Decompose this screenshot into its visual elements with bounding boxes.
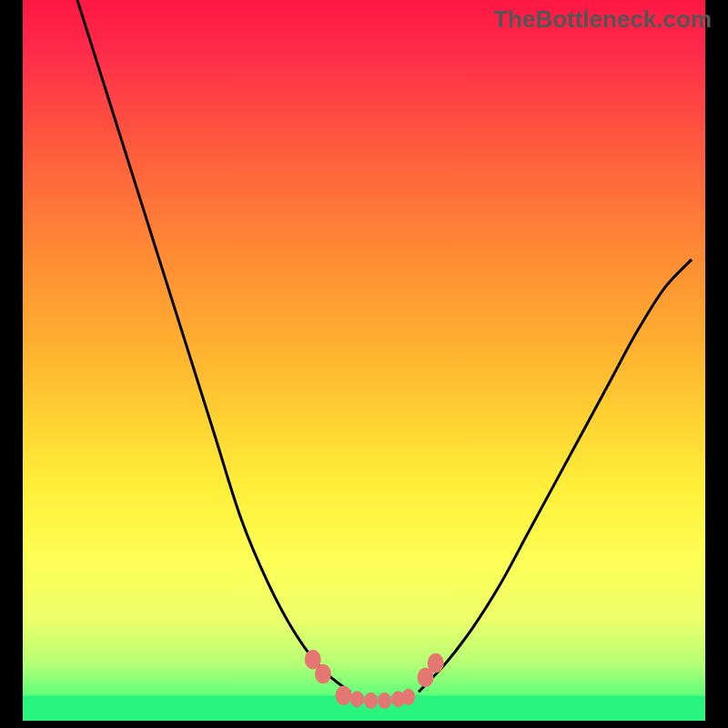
bottleneck-curve-chart	[0, 0, 728, 728]
data-marker	[350, 691, 364, 707]
watermark-label: TheBottleneck.com	[493, 5, 712, 34]
bottleneck-chart-container: TheBottleneck.com	[0, 0, 728, 728]
gradient-background	[23, 0, 705, 721]
data-marker	[315, 664, 331, 684]
data-marker	[364, 693, 378, 709]
data-marker	[428, 653, 444, 673]
data-marker	[378, 693, 391, 709]
optimum-band	[23, 695, 705, 721]
data-marker	[401, 689, 415, 705]
data-marker	[336, 685, 352, 705]
